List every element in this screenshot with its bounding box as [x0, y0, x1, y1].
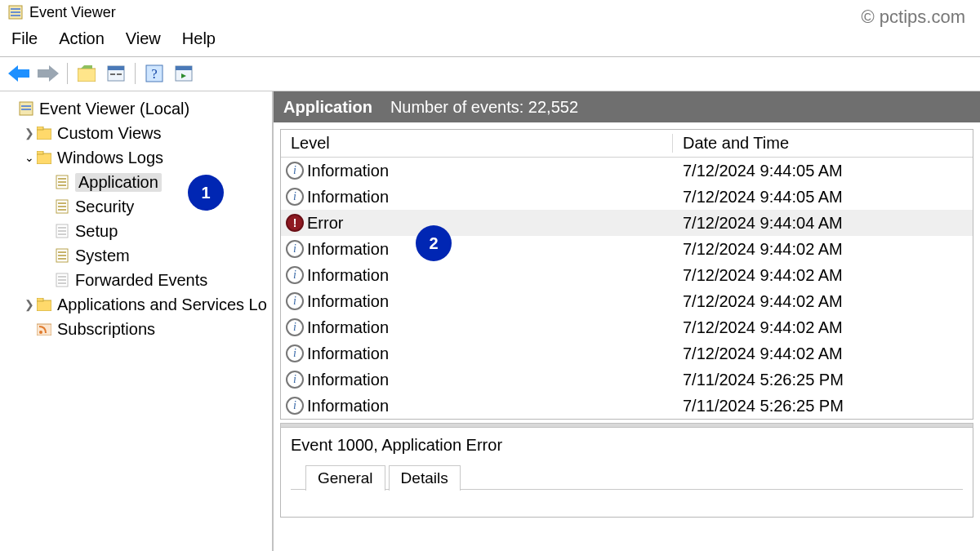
tab-details[interactable]: Details	[389, 465, 461, 491]
tree-root[interactable]: Event Viewer (Local)	[5, 96, 272, 121]
tree-custom-views[interactable]: ❯ Custom Views	[5, 121, 272, 145]
view-pane-button[interactable]	[172, 61, 196, 86]
svg-rect-33	[58, 227, 66, 229]
log-icon	[54, 198, 70, 215]
event-row[interactable]: iInformation7/12/2024 9:44:02 AM	[281, 262, 973, 288]
event-datetime: 7/12/2024 9:44:05 AM	[673, 188, 973, 207]
column-datetime[interactable]: Date and Time	[673, 134, 973, 153]
svg-rect-38	[58, 255, 66, 256]
tree-subscriptions[interactable]: Subscriptions	[5, 317, 272, 341]
event-viewer-window: Event Viewer © pctips.com File Action Vi…	[0, 0, 980, 551]
error-icon: !	[286, 214, 304, 232]
info-icon: i	[286, 292, 304, 310]
tree-apps-services[interactable]: ❯ Applications and Services Lo	[5, 292, 272, 317]
folder-icon	[36, 125, 52, 141]
help-button[interactable]: ?	[142, 61, 167, 86]
event-level-label: Information	[307, 266, 389, 285]
svg-rect-25	[58, 178, 66, 180]
tree-log-forwarded[interactable]: Forwarded Events	[5, 268, 272, 292]
event-row[interactable]: iInformation7/11/2024 5:26:25 PM	[281, 393, 973, 419]
nav-tree[interactable]: Event Viewer (Local) ❯ Custom Views ⌄ Wi…	[0, 91, 274, 551]
tree-log-application[interactable]: Application	[5, 170, 272, 194]
tree-label: Security	[75, 198, 134, 216]
event-row[interactable]: iInformation7/12/2024 9:44:02 AM	[281, 236, 973, 262]
log-icon	[54, 272, 70, 288]
svg-marker-5	[38, 65, 59, 82]
eventviewer-icon	[18, 100, 34, 117]
event-details-pane: Event 1000, Application Error General De…	[280, 428, 973, 518]
app-icon	[8, 5, 23, 20]
details-title: Event 1000, Application Error	[291, 436, 963, 455]
info-icon: i	[286, 397, 304, 415]
back-button[interactable]	[7, 61, 31, 86]
tree-label: Windows Logs	[57, 149, 163, 167]
column-level[interactable]: Level	[281, 134, 673, 153]
folder-icon	[36, 149, 52, 166]
svg-rect-46	[37, 324, 51, 335]
event-row[interactable]: !Error7/12/2024 9:44:04 AM	[281, 210, 973, 236]
log-banner: Application Number of events: 22,552	[274, 91, 980, 122]
event-row[interactable]: iInformation7/12/2024 9:44:02 AM	[281, 340, 973, 367]
svg-rect-6	[78, 69, 96, 82]
tab-general[interactable]: General	[305, 465, 385, 491]
info-icon: i	[286, 318, 304, 336]
titlebar: Event Viewer	[0, 0, 980, 24]
svg-rect-2	[11, 11, 20, 13]
svg-point-47	[39, 331, 42, 334]
toolbar-separator	[135, 63, 136, 84]
menu-view[interactable]: View	[126, 29, 161, 48]
log-icon	[54, 247, 70, 264]
tree-label: Application	[75, 173, 162, 192]
svg-marker-4	[8, 65, 29, 82]
event-datetime: 7/11/2024 5:26:25 PM	[673, 371, 973, 389]
event-datetime: 7/12/2024 9:44:05 AM	[673, 162, 973, 180]
watermark: © pctips.com	[862, 7, 965, 28]
info-icon: i	[286, 266, 304, 284]
tree-windows-logs[interactable]: ⌄ Windows Logs	[5, 145, 272, 170]
event-datetime: 7/12/2024 9:44:02 AM	[673, 266, 973, 285]
svg-rect-20	[37, 129, 51, 140]
svg-rect-35	[58, 233, 66, 235]
event-list-header[interactable]: Level Date and Time	[281, 130, 973, 158]
tree-label: Setup	[75, 222, 118, 241]
tree-log-security[interactable]: Security	[5, 194, 272, 219]
event-row[interactable]: iInformation7/12/2024 9:44:02 AM	[281, 314, 973, 340]
svg-marker-7	[81, 65, 92, 69]
menu-help[interactable]: Help	[182, 29, 216, 48]
event-level-label: Information	[307, 371, 389, 389]
menu-action[interactable]: Action	[59, 29, 105, 48]
svg-rect-10	[110, 73, 115, 75]
event-level-label: Information	[307, 162, 389, 180]
properties-button[interactable]	[104, 61, 128, 86]
event-level-label: Information	[307, 397, 389, 415]
event-datetime: 7/12/2024 9:44:02 AM	[673, 292, 973, 311]
event-row[interactable]: iInformation7/12/2024 9:44:05 AM	[281, 158, 973, 184]
log-icon	[54, 223, 70, 239]
svg-rect-23	[37, 151, 43, 154]
info-icon: i	[286, 371, 304, 389]
svg-rect-27	[58, 184, 66, 186]
show-hide-tree-button[interactable]	[74, 61, 99, 86]
caret-right-icon: ❯	[23, 127, 36, 140]
toolbar-separator	[67, 63, 68, 84]
svg-rect-1	[11, 8, 20, 10]
event-datetime: 7/12/2024 9:44:02 AM	[673, 240, 973, 259]
event-list[interactable]: Level Date and Time iInformation7/12/202…	[280, 129, 973, 420]
tree-label: Custom Views	[57, 124, 161, 143]
event-level-label: Information	[307, 292, 389, 311]
tree-label: Forwarded Events	[75, 271, 207, 290]
tree-label: Subscriptions	[57, 320, 155, 339]
event-level-label: Information	[307, 240, 389, 259]
forward-button[interactable]	[36, 61, 60, 86]
info-icon: i	[286, 240, 304, 258]
event-row[interactable]: iInformation7/12/2024 9:44:02 AM	[281, 288, 973, 314]
svg-rect-19	[21, 109, 31, 110]
event-row[interactable]: iInformation7/12/2024 9:44:05 AM	[281, 184, 973, 210]
tree-log-setup[interactable]: Setup	[5, 219, 272, 243]
event-row[interactable]: iInformation7/11/2024 5:26:25 PM	[281, 367, 973, 393]
svg-rect-30	[58, 206, 66, 207]
menu-file[interactable]: File	[11, 29, 38, 48]
tree-log-system[interactable]: System	[5, 243, 272, 268]
tree-label: System	[75, 247, 130, 265]
info-icon: i	[286, 188, 304, 206]
